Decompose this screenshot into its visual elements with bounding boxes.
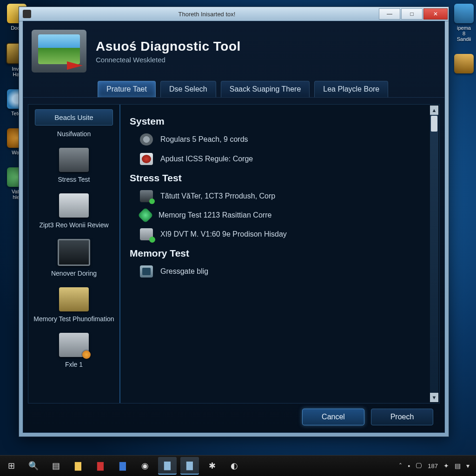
close-button[interactable]: ✕	[423, 8, 448, 20]
list-item[interactable]: Gressgate blig	[140, 265, 421, 278]
tray-monitor-icon[interactable]: 🖵	[416, 462, 422, 469]
list-item[interactable]: Apdust ICSS Regule: Corge	[140, 153, 421, 165]
app-window: Thoreth Inisarted tox! — □ ✕ Asuoś Diagn…	[19, 7, 449, 437]
task-app-active-icon[interactable]: ▇	[158, 457, 177, 475]
tab-bar: Prature TaetDse SelechSaack Suaping Ther…	[23, 81, 444, 98]
tab-2[interactable]: Saack Suaping There	[221, 81, 310, 97]
sidebar-item-5[interactable]: Fxle 1	[31, 333, 117, 368]
sidebar-item-label: Memory Test Phunofimation	[31, 315, 117, 323]
taskbar: ⊞ 🔍 ▤ ▇ ▇ ▇ ◉ ▇ ▇ ✱ ◐ ˄ ▪ 🖵 187 ✦ ▤ ▾	[0, 455, 476, 476]
desktop-icon-image	[454, 54, 474, 73]
chip-icon	[140, 265, 153, 278]
list-item[interactable]: XI9 DVT M. V1:60 9e Prodison Hisday	[140, 228, 421, 240]
search-icon[interactable]: 🔍	[24, 457, 43, 474]
sidebar-item-1[interactable]: Stress Test	[31, 148, 117, 183]
sidebar-item-label: Nenover Doring	[31, 270, 117, 277]
list-item-label: Apdust ICSS Regule: Corge	[160, 155, 253, 163]
desktop-icons-right: ipema 8 Sandii	[450, 4, 476, 86]
scroll-up-button[interactable]: ▲	[430, 106, 438, 115]
sidebar-item-0[interactable]: Nusifwation	[31, 130, 117, 138]
tray-volume-icon[interactable]: ▾	[466, 462, 469, 469]
section-heading-2: Memory Test	[130, 248, 421, 259]
sidebar-item-icon	[58, 239, 90, 266]
list-item-label: XI9 DVT M. V1:60 9e Prodison Hisday	[160, 230, 287, 238]
tab-1[interactable]: Dse Selech	[160, 81, 216, 97]
section-heading-1: Stress Test	[130, 172, 421, 184]
app-header: Asuoś Diagnostic Tool Connecteal Wesklet…	[23, 21, 444, 81]
sidebar-item-label: Fxle 1	[31, 361, 117, 368]
sidebar-item-icon	[59, 148, 89, 172]
list-item-label: Memorg Test 1213 Rasittian Corre	[159, 211, 271, 219]
app-subtitle: Connecteal Weskleted	[96, 56, 241, 64]
task-app-5-icon[interactable]: ◐	[225, 457, 244, 474]
maximize-button[interactable]: □	[401, 8, 423, 20]
minimize-button[interactable]: —	[379, 8, 400, 20]
window-title: Thoreth Inisarted tox!	[35, 11, 379, 18]
gem-icon	[138, 207, 153, 223]
pack-icon	[140, 228, 153, 240]
list-item[interactable]: Memorg Test 1213 Rasittian Corre	[140, 210, 421, 221]
scroll-down-button[interactable]: ▼	[430, 393, 438, 402]
system-tray[interactable]: ˄ ▪ 🖵 187 ✦ ▤ ▾	[396, 462, 476, 469]
sidebar-item-icon	[59, 333, 89, 357]
mon-icon	[140, 190, 153, 202]
list-item[interactable]: Tãtutt VăTer, 1CT3 Prrodush, Corp	[140, 190, 421, 202]
explorer-icon[interactable]: ▇	[69, 457, 87, 474]
app-logo-icon	[32, 30, 86, 73]
desktop-icon-1[interactable]	[450, 54, 476, 73]
start-button[interactable]: ⊞	[2, 457, 20, 474]
app-title-block: Asuoś Diagnostic Tool Connecteal Wesklet…	[96, 39, 241, 64]
cancel-button[interactable]: Cancel	[302, 409, 364, 425]
titlebar[interactable]: Thoreth Inisarted tox! — □ ✕	[19, 7, 449, 21]
desktop-icon-image	[454, 4, 474, 23]
section-heading-0: System	[130, 116, 421, 127]
list-item-label: Tãtutt VăTer, 1CT3 Prrodush, Corp	[160, 192, 275, 200]
task-app-2-icon[interactable]: ▇	[113, 457, 132, 474]
scroll-thumb[interactable]	[431, 116, 437, 132]
list-item[interactable]: Rogulars 5 Peach, 9 cords	[140, 133, 421, 145]
tab-0[interactable]: Prature Taet	[98, 81, 156, 97]
chrome-icon[interactable]: ◉	[136, 457, 154, 474]
desktop: DoocInve HatTetetWayVate hlet ipema 8 Sa…	[0, 0, 476, 476]
tray-count: 187	[428, 463, 438, 469]
sidebar-item-2[interactable]: Zipt3 Reo Wonii Review	[31, 193, 117, 229]
list-item-label: Rogulars 5 Peach, 9 cords	[160, 135, 248, 144]
sidebar-item-label: Zipt3 Reo Wonii Review	[31, 221, 117, 229]
main-panel: SystemRogulars 5 Peach, 9 cordsApdust IC…	[120, 105, 430, 403]
footer-buttons: Cancel Proech	[28, 406, 440, 428]
tray-settings-icon[interactable]: ✦	[443, 462, 449, 469]
scrollbar[interactable]: ▲ ▼	[430, 106, 438, 402]
taskview-icon[interactable]: ▤	[46, 457, 65, 474]
sidebar-item-label: Stress Test	[31, 176, 117, 183]
titlebar-icon	[23, 10, 31, 18]
desktop-icon-label: ipema 8 Sandii	[450, 25, 476, 42]
tray-network-icon[interactable]: ▤	[455, 462, 461, 469]
list-item-label: Gressgate blig	[160, 267, 208, 276]
sidebar-item-icon	[59, 193, 89, 218]
content-area: Beacls Usite NusifwationStress TestZipt3…	[28, 104, 440, 403]
sidebar-item-4[interactable]: Memory Test Phunofimation	[31, 287, 117, 323]
sidebar-item-label: Nusifwation	[31, 130, 117, 138]
sidebar: Beacls Usite NusifwationStress TestZipt3…	[28, 105, 120, 403]
app-title: Asuoś Diagnostic Tool	[96, 39, 241, 54]
shield-icon	[140, 153, 153, 165]
app-body: Asuoś Diagnostic Tool Connecteal Wesklet…	[23, 21, 445, 433]
task-app-4-icon[interactable]: ✱	[203, 457, 221, 474]
sidebar-header[interactable]: Beacls Usite	[35, 109, 113, 126]
task-app-3-icon[interactable]: ▇	[180, 457, 199, 475]
desktop-icon-0[interactable]: ipema 8 Sandii	[450, 4, 476, 42]
gear-icon	[140, 133, 153, 145]
task-app-1-icon[interactable]: ▇	[91, 457, 110, 474]
sidebar-item-icon	[59, 287, 89, 311]
sidebar-item-3[interactable]: Nenover Doring	[31, 239, 117, 277]
tab-3[interactable]: Lea Playcle Bore	[314, 81, 388, 97]
tray-chevron-icon[interactable]: ˄	[399, 462, 402, 469]
tray-app-icon[interactable]: ▪	[408, 462, 410, 469]
proceed-button[interactable]: Proech	[371, 409, 433, 425]
